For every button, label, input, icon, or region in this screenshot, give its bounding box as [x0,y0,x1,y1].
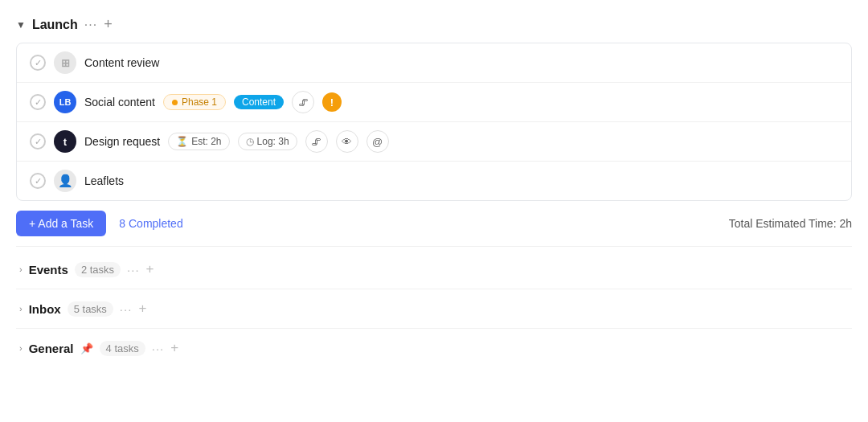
inbox-section[interactable]: › Inbox 5 tasks ··· + [16,289,852,329]
avatar: 👤 [54,170,76,192]
launch-add-button[interactable]: + [104,16,113,33]
task-name-content-review[interactable]: Content review [84,56,159,69]
avatar: t [54,130,76,153]
log-label: Log: 3h [257,136,289,147]
phase-dot-icon [172,100,178,105]
est-label: Est: 2h [191,136,221,147]
general-chevron-icon: › [19,343,23,353]
inbox-task-count: 5 tasks [68,301,113,317]
general-section-title: General [29,342,74,355]
launch-section-title: Launch [32,18,78,32]
task-name-design-request[interactable]: Design request [84,135,160,148]
phase-tag[interactable]: Phase 1 [163,94,226,110]
view-button[interactable]: 👁 [336,130,358,153]
attachment-button[interactable]: 🖇 [292,91,314,113]
table-row: ✓ LB Social content Phase 1 Content 🖇 ! [17,83,851,122]
general-task-count: 4 tasks [100,341,145,356]
check-icon: ✓ [35,58,42,68]
events-dots-button[interactable]: ··· [127,263,140,277]
task-check-content-review[interactable]: ✓ [30,55,46,71]
warning-icon: ! [322,92,342,112]
launch-chevron-icon: ▼ [16,19,26,31]
launch-dots-button[interactable]: ··· [84,18,97,32]
paperclip-icon: 🖇 [311,136,321,148]
events-section[interactable]: › Events 2 tasks ··· + [16,250,852,289]
table-row: ✓ 👤 Leaflets [17,162,851,200]
warning-exclamation: ! [330,96,334,109]
inbox-chevron-icon: › [19,304,23,313]
clock-icon: ◷ [246,136,254,147]
events-chevron-icon: › [19,264,23,274]
avatar: ⊞ [54,51,76,74]
inbox-dots-button[interactable]: ··· [120,302,133,316]
divider [16,246,852,247]
table-row: ✓ t Design request ⏳ Est: 2h ◷ Log: 3h 🖇… [17,122,851,162]
task-check-design-request[interactable]: ✓ [30,133,46,150]
general-dots-button[interactable]: ··· [152,342,165,355]
task-check-leaflets[interactable]: ✓ [30,173,46,189]
task-check-social-content[interactable]: ✓ [30,94,46,110]
add-task-left: + Add a Task 8 Completed [16,211,183,236]
total-estimated: Total Estimated Time: 2h [729,217,852,230]
add-task-row: + Add a Task 8 Completed Total Estimated… [16,201,852,243]
task-list: ✓ ⊞ Content review ✓ LB Social content P… [16,43,852,201]
pin-icon: 📌 [80,342,93,354]
attachment-button[interactable]: 🖇 [305,130,328,153]
phase-label: Phase 1 [182,96,217,108]
avatar: LB [54,91,76,113]
mention-button[interactable]: @ [366,130,389,153]
table-row: ✓ ⊞ Content review [17,43,851,83]
general-section[interactable]: › General 📌 4 tasks ··· + [16,329,852,367]
general-add-button[interactable]: + [170,340,178,356]
content-tag[interactable]: Content [234,95,284,109]
eye-icon: 👁 [342,136,352,148]
at-icon: @ [372,136,383,148]
task-name-leaflets[interactable]: Leaflets [84,174,124,187]
inbox-section-title: Inbox [29,302,61,316]
main-container: ▼ Launch ··· + ✓ ⊞ Content review ✓ LB S… [0,0,868,377]
check-icon: ✓ [35,137,42,147]
events-task-count: 2 tasks [75,262,121,277]
launch-section-header[interactable]: ▼ Launch ··· + [16,10,852,39]
hourglass-icon: ⏳ [176,136,188,147]
task-name-social-content[interactable]: Social content [84,96,155,109]
events-add-button[interactable]: + [146,261,154,277]
inbox-add-button[interactable]: + [138,301,146,317]
check-icon: ✓ [35,176,42,186]
est-badge: ⏳ Est: 2h [168,133,229,150]
add-task-button[interactable]: + Add a Task [16,211,106,236]
check-icon: ✓ [35,97,42,108]
events-section-title: Events [29,263,68,277]
log-badge: ◷ Log: 3h [238,133,297,150]
paperclip-icon: 🖇 [298,96,309,109]
completed-count[interactable]: 8 Completed [119,217,182,230]
